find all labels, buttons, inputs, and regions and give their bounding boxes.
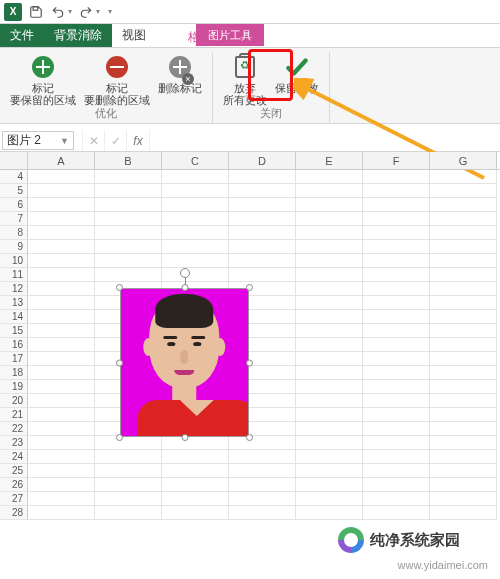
- row-header[interactable]: 25: [0, 464, 28, 478]
- cell[interactable]: [28, 198, 95, 212]
- row-header[interactable]: 4: [0, 170, 28, 184]
- cell[interactable]: [95, 198, 162, 212]
- col-header-C[interactable]: C: [162, 152, 229, 169]
- qat-customize-icon[interactable]: ▾: [108, 7, 112, 16]
- mark-keep-button[interactable]: 标记 要保留的区域: [6, 52, 80, 106]
- cell[interactable]: [296, 212, 363, 226]
- select-all-corner[interactable]: [0, 152, 28, 169]
- cell[interactable]: [363, 212, 430, 226]
- cell[interactable]: [296, 254, 363, 268]
- rotate-handle[interactable]: [180, 268, 190, 278]
- cell[interactable]: [28, 310, 95, 324]
- row-header[interactable]: 12: [0, 282, 28, 296]
- cell[interactable]: [95, 170, 162, 184]
- cell[interactable]: [28, 464, 95, 478]
- cell[interactable]: [229, 492, 296, 506]
- resize-handle-b[interactable]: [181, 434, 188, 441]
- cell[interactable]: [28, 492, 95, 506]
- col-header-E[interactable]: E: [296, 152, 363, 169]
- resize-handle-bl[interactable]: [116, 434, 123, 441]
- cell[interactable]: [363, 366, 430, 380]
- tab-view[interactable]: 视图: [112, 24, 156, 47]
- cell[interactable]: [363, 352, 430, 366]
- cell[interactable]: [95, 212, 162, 226]
- cell[interactable]: [95, 254, 162, 268]
- cell[interactable]: [430, 324, 497, 338]
- cell[interactable]: [363, 268, 430, 282]
- tab-background-remove[interactable]: 背景消除: [44, 24, 112, 47]
- cell[interactable]: [430, 310, 497, 324]
- cell[interactable]: [363, 226, 430, 240]
- cell[interactable]: [229, 198, 296, 212]
- cell[interactable]: [296, 408, 363, 422]
- name-box[interactable]: 图片 2 ▼: [2, 131, 74, 150]
- row-header[interactable]: 21: [0, 408, 28, 422]
- cell[interactable]: [296, 226, 363, 240]
- cell[interactable]: [28, 212, 95, 226]
- cell[interactable]: [363, 506, 430, 520]
- resize-handle-t[interactable]: [181, 284, 188, 291]
- selected-picture[interactable]: [112, 280, 257, 445]
- cell[interactable]: [296, 380, 363, 394]
- cell[interactable]: [296, 394, 363, 408]
- resize-handle-r[interactable]: [246, 359, 253, 366]
- cell[interactable]: [95, 184, 162, 198]
- row-header[interactable]: 13: [0, 296, 28, 310]
- cell[interactable]: [363, 464, 430, 478]
- cell[interactable]: [28, 380, 95, 394]
- discard-changes-button[interactable]: 放弃 所有更改: [219, 52, 271, 106]
- row-header[interactable]: 28: [0, 506, 28, 520]
- row-header[interactable]: 19: [0, 380, 28, 394]
- cell[interactable]: [229, 478, 296, 492]
- cell[interactable]: [28, 268, 95, 282]
- cell[interactable]: [28, 422, 95, 436]
- row-header[interactable]: 22: [0, 422, 28, 436]
- cell[interactable]: [28, 506, 95, 520]
- cell[interactable]: [162, 450, 229, 464]
- cell[interactable]: [296, 492, 363, 506]
- cell[interactable]: [28, 282, 95, 296]
- undo-dropdown-icon[interactable]: ▾: [68, 7, 72, 16]
- cell[interactable]: [28, 436, 95, 450]
- cell[interactable]: [162, 184, 229, 198]
- cell[interactable]: [296, 450, 363, 464]
- cell[interactable]: [28, 366, 95, 380]
- cell[interactable]: [162, 506, 229, 520]
- cell[interactable]: [229, 170, 296, 184]
- cell[interactable]: [296, 310, 363, 324]
- cell[interactable]: [363, 492, 430, 506]
- cell[interactable]: [296, 366, 363, 380]
- cell[interactable]: [363, 338, 430, 352]
- cell[interactable]: [430, 226, 497, 240]
- col-header-F[interactable]: F: [363, 152, 430, 169]
- cell[interactable]: [363, 380, 430, 394]
- cell[interactable]: [296, 282, 363, 296]
- cell[interactable]: [363, 436, 430, 450]
- cell[interactable]: [296, 324, 363, 338]
- cell[interactable]: [363, 198, 430, 212]
- cell[interactable]: [363, 184, 430, 198]
- resize-handle-tl[interactable]: [116, 284, 123, 291]
- row-header[interactable]: 15: [0, 324, 28, 338]
- row-header[interactable]: 8: [0, 226, 28, 240]
- cell[interactable]: [229, 184, 296, 198]
- cell[interactable]: [363, 240, 430, 254]
- mark-remove-button[interactable]: 标记 要删除的区域: [80, 52, 154, 106]
- cell[interactable]: [430, 450, 497, 464]
- cell[interactable]: [162, 478, 229, 492]
- cell[interactable]: [363, 254, 430, 268]
- cell[interactable]: [296, 352, 363, 366]
- row-header[interactable]: 5: [0, 184, 28, 198]
- cell[interactable]: [95, 240, 162, 254]
- cell[interactable]: [296, 268, 363, 282]
- cell[interactable]: [162, 170, 229, 184]
- cell[interactable]: [296, 338, 363, 352]
- resize-handle-l[interactable]: [116, 359, 123, 366]
- cell[interactable]: [430, 380, 497, 394]
- cell[interactable]: [95, 506, 162, 520]
- cell[interactable]: [95, 492, 162, 506]
- cell[interactable]: [28, 184, 95, 198]
- cell[interactable]: [430, 352, 497, 366]
- cell[interactable]: [430, 170, 497, 184]
- cell[interactable]: [28, 296, 95, 310]
